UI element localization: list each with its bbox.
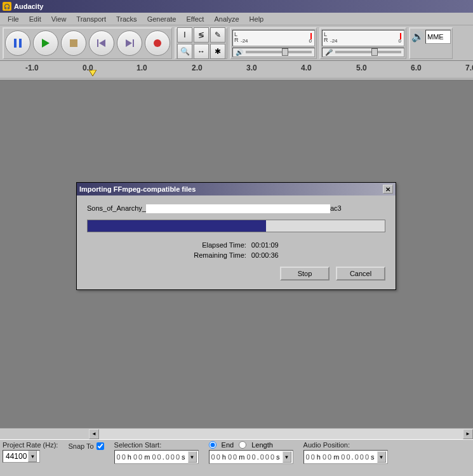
- menu-effect[interactable]: Effect: [182, 14, 210, 24]
- multi-tool-icon[interactable]: ✱: [210, 44, 225, 59]
- ruler-mark: -1.0: [25, 63, 39, 72]
- selection-toolbar: Project Rate (Hz): 44100 ▼ Snap To Selec…: [0, 439, 473, 465]
- timeline-ruler[interactable]: -1.0 0.0 1.0 2.0 3.0 4.0 5.0 6.0 7.0: [0, 61, 473, 79]
- transport-toolbar: [3, 27, 172, 59]
- end-radio[interactable]: [209, 441, 217, 449]
- ruler-mark: 4.0: [301, 63, 312, 72]
- ruler-mark: 7.0: [465, 63, 473, 72]
- chevron-down-icon[interactable]: ▼: [188, 451, 197, 463]
- dialog-titlebar: Importing FFmpeg-compatible files ✕: [77, 183, 396, 195]
- svg-marker-2: [42, 39, 50, 48]
- svg-marker-6: [126, 39, 132, 47]
- selection-tool-icon[interactable]: I: [177, 27, 192, 43]
- progress-bar: [87, 220, 385, 232]
- slider-thumb[interactable]: [371, 48, 378, 56]
- svg-point-8: [154, 39, 161, 47]
- length-label: Length: [251, 441, 273, 449]
- remaining-value: 00:00:36: [251, 251, 279, 259]
- record-button[interactable]: [145, 30, 170, 56]
- chevron-down-icon[interactable]: ▼: [28, 451, 37, 462]
- snap-to-checkbox[interactable]: [97, 442, 104, 450]
- dialog-title: Importing FFmpeg-compatible files: [79, 185, 196, 193]
- tools-toolbar: I ≶ ✎ 🔍 ↔ ✱: [175, 27, 227, 59]
- ruler-mark: 2.0: [192, 63, 203, 72]
- ruler-mark: 5.0: [356, 63, 367, 72]
- menu-edit[interactable]: Edit: [24, 14, 46, 24]
- ruler-mark: 6.0: [411, 63, 422, 72]
- timeshift-tool-icon[interactable]: ↔: [194, 44, 209, 59]
- menu-view[interactable]: View: [46, 14, 72, 24]
- stop-button[interactable]: [61, 30, 86, 56]
- elapsed-value: 00:01:09: [251, 241, 279, 249]
- envelope-tool-icon[interactable]: ≶: [194, 27, 209, 43]
- draw-tool-icon[interactable]: ✎: [210, 27, 225, 43]
- project-rate-value: 44100: [6, 452, 27, 461]
- pause-button[interactable]: [5, 30, 30, 56]
- selection-start-field[interactable]: 00h 00m 00.000s ▼: [114, 450, 199, 464]
- meter-tick: -24: [330, 38, 338, 44]
- filename-redacted: [146, 204, 330, 213]
- audio-position-field[interactable]: 00h 00m 00.000s ▼: [303, 450, 388, 464]
- app-title: Audacity: [14, 3, 43, 10]
- import-progress-dialog: Importing FFmpeg-compatible files ✕ Sons…: [76, 182, 396, 290]
- audio-host-select[interactable]: MME: [425, 30, 451, 44]
- chevron-down-icon[interactable]: ▼: [377, 451, 386, 463]
- menu-analyze[interactable]: Analyze: [209, 14, 244, 24]
- horizontal-scrollbar[interactable]: ◄ ►: [0, 428, 473, 439]
- output-section: LR -240 🔊: [230, 27, 317, 59]
- menu-help[interactable]: Help: [244, 14, 269, 24]
- stop-button[interactable]: Stop: [280, 267, 330, 281]
- scroll-left-button[interactable]: ◄: [89, 429, 99, 439]
- svg-marker-5: [99, 39, 105, 47]
- playback-meter[interactable]: LR -240: [232, 30, 315, 47]
- remaining-label: Remaining Time:: [194, 251, 246, 259]
- svg-rect-3: [70, 39, 77, 47]
- ruler-mark: 1.0: [137, 63, 147, 72]
- svg-rect-7: [133, 39, 134, 47]
- slider-thumb[interactable]: [282, 48, 288, 56]
- output-volume-slider[interactable]: 🔊: [232, 48, 315, 56]
- menu-transport[interactable]: Transport: [71, 14, 111, 24]
- input-section: LR -240 🎤: [319, 27, 406, 59]
- app-window: 🎧 Audacity File Edit View Transport Trac…: [0, 0, 473, 476]
- speaker-icon: 🔊: [411, 30, 424, 43]
- svg-rect-0: [14, 39, 17, 48]
- scroll-track[interactable]: [99, 429, 463, 439]
- import-filename: Sons_of_Anarchy_ ac3: [87, 204, 385, 213]
- scroll-right-button[interactable]: ►: [463, 429, 473, 439]
- project-rate-select[interactable]: 44100 ▼: [3, 450, 40, 463]
- microphone-icon: 🎤: [325, 49, 333, 56]
- record-meter[interactable]: LR -240: [322, 30, 404, 47]
- input-volume-slider[interactable]: 🎤: [322, 48, 404, 56]
- meter-tick: 0: [399, 38, 401, 44]
- menu-tracks[interactable]: Tracks: [111, 14, 142, 24]
- snap-to-label: Snap To: [68, 442, 93, 450]
- filename-suffix: ac3: [330, 204, 342, 213]
- filename-prefix: Sons_of_Anarchy_: [87, 204, 146, 213]
- chevron-down-icon[interactable]: ▼: [283, 451, 291, 463]
- app-icon: 🎧: [3, 2, 11, 11]
- menubar: File Edit View Transport Tracks Generate…: [0, 13, 473, 25]
- titlebar: 🎧 Audacity: [0, 0, 473, 13]
- elapsed-label: Elapsed Time:: [194, 241, 246, 249]
- meter-r-label: R: [234, 37, 239, 43]
- skip-end-button[interactable]: [117, 30, 142, 56]
- project-rate-label: Project Rate (Hz):: [3, 441, 58, 449]
- svg-rect-1: [19, 39, 22, 48]
- menu-file[interactable]: File: [3, 14, 24, 24]
- progress-fill: [88, 220, 266, 232]
- speaker-icon: 🔊: [236, 49, 243, 56]
- close-button[interactable]: ✕: [383, 185, 393, 194]
- cancel-button[interactable]: Cancel: [336, 267, 385, 281]
- ruler-mark: 0.0: [83, 63, 93, 72]
- device-toolbar: 🔊 MME: [409, 27, 453, 59]
- svg-rect-4: [97, 39, 98, 47]
- length-radio[interactable]: [239, 441, 246, 449]
- skip-start-button[interactable]: [89, 30, 114, 56]
- end-label: End: [222, 441, 234, 449]
- play-button[interactable]: [33, 30, 58, 56]
- zoom-tool-icon[interactable]: 🔍: [177, 44, 192, 59]
- meter-r-label: R: [324, 37, 328, 43]
- selection-end-field[interactable]: 00h 00m 00.000s ▼: [209, 450, 293, 464]
- menu-generate[interactable]: Generate: [142, 14, 182, 24]
